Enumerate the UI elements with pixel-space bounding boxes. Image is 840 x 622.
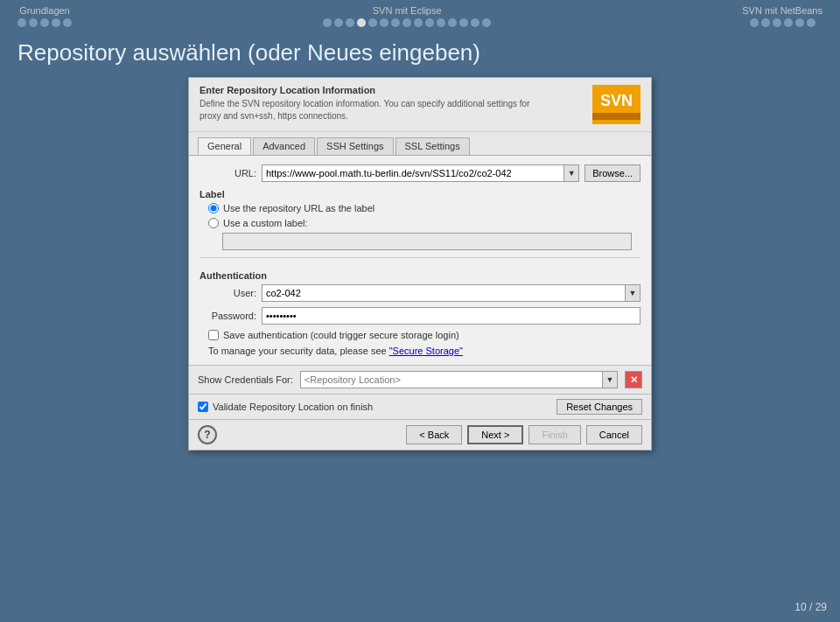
secure-storage-row: To manage your security data, please see… bbox=[208, 346, 640, 356]
top-navigation: Grundlagen SVN mit Eclipse bbox=[0, 0, 840, 31]
nav-dot bbox=[29, 18, 38, 27]
nav-dot-active bbox=[357, 18, 366, 27]
main-area: Repository auswählen (oder Neues eingebe… bbox=[0, 31, 840, 459]
validate-row: Validate Repository Location on finish R… bbox=[189, 394, 651, 419]
user-row: User: ▼ bbox=[200, 284, 640, 302]
nav-dot bbox=[63, 18, 72, 27]
dialog-body: URL: ▼ Browse... Label Use the repositor… bbox=[189, 155, 651, 365]
nav-dot bbox=[368, 18, 377, 27]
radio-url-label-row: Use the repository URL as the label bbox=[208, 203, 640, 213]
nav-dot bbox=[795, 18, 804, 27]
nav-left: ? bbox=[198, 425, 217, 444]
svn-logo-text: SVN bbox=[600, 92, 633, 110]
radio-custom-label[interactable] bbox=[208, 218, 219, 228]
nav-right: < Back Next > Finish Cancel bbox=[406, 425, 642, 444]
tab-advanced[interactable]: Advanced bbox=[253, 137, 315, 155]
dialog-nav-row: ? < Back Next > Finish Cancel bbox=[189, 419, 651, 450]
nav-dot bbox=[482, 18, 491, 27]
nav-dot bbox=[448, 18, 457, 27]
nav-section-grundlagen: Grundlagen bbox=[18, 5, 72, 27]
credentials-row: Show Credentials For: ▼ ✕ bbox=[189, 365, 651, 394]
finish-button[interactable]: Finish bbox=[528, 425, 580, 444]
url-input[interactable] bbox=[262, 164, 564, 182]
nav-dots-eclipse bbox=[323, 18, 491, 27]
reset-changes-button[interactable]: Reset Changes bbox=[556, 399, 642, 415]
nav-dot bbox=[437, 18, 445, 27]
nav-dot bbox=[18, 18, 26, 27]
nav-dot bbox=[52, 18, 60, 27]
save-auth-checkbox[interactable] bbox=[208, 330, 219, 340]
svn-logo: SVN bbox=[592, 85, 640, 124]
dialog-header: Enter Repository Location Information De… bbox=[189, 78, 651, 132]
radio-url-label[interactable] bbox=[208, 203, 219, 213]
nav-dot bbox=[773, 18, 781, 27]
next-button[interactable]: Next > bbox=[467, 425, 523, 444]
help-button[interactable]: ? bbox=[198, 425, 217, 444]
save-auth-label: Save authentication (could trigger secur… bbox=[223, 330, 459, 340]
dialog-header-info: Enter Repository Location Information De… bbox=[200, 85, 532, 122]
user-input[interactable] bbox=[262, 284, 625, 302]
dialog: Enter Repository Location Information De… bbox=[188, 77, 652, 451]
nav-dot bbox=[414, 18, 423, 27]
tab-ssh-settings[interactable]: SSH Settings bbox=[317, 137, 393, 155]
nav-section-netbeans: SVN mit NetBeans bbox=[742, 5, 822, 27]
show-credentials-label: Show Credentials For: bbox=[198, 374, 293, 385]
back-button[interactable]: < Back bbox=[406, 425, 462, 444]
url-label: URL: bbox=[200, 168, 256, 178]
password-row: Password: bbox=[200, 307, 640, 325]
validate-checkbox[interactable] bbox=[198, 402, 208, 412]
nav-title-grundlagen: Grundlagen bbox=[19, 5, 70, 16]
nav-dot bbox=[40, 18, 49, 27]
nav-dot bbox=[459, 18, 468, 27]
browse-button[interactable]: Browse... bbox=[584, 164, 640, 182]
credentials-dropdown-group: ▼ bbox=[300, 371, 618, 388]
nav-dots-netbeans bbox=[750, 18, 816, 27]
url-input-group: ▼ bbox=[262, 164, 579, 182]
secure-storage-prefix: To manage your security data, please see bbox=[208, 346, 389, 356]
url-row: URL: ▼ Browse... bbox=[200, 164, 640, 182]
save-auth-row: Save authentication (could trigger secur… bbox=[208, 330, 640, 340]
nav-dot bbox=[346, 18, 354, 27]
nav-dot bbox=[402, 18, 411, 27]
tabs-container: General Advanced SSH Settings SSL Settin… bbox=[189, 132, 651, 155]
radio-custom-label-row: Use a custom label: bbox=[208, 218, 640, 228]
nav-dot bbox=[750, 18, 759, 27]
password-label: Password: bbox=[200, 311, 256, 321]
tab-ssl-settings[interactable]: SSL Settings bbox=[396, 137, 470, 155]
nav-dot bbox=[323, 18, 332, 27]
custom-label-container bbox=[222, 233, 632, 250]
nav-dot bbox=[761, 18, 770, 27]
auth-section: Authentication User: ▼ Password: bbox=[200, 257, 640, 356]
nav-title-netbeans: SVN mit NetBeans bbox=[742, 5, 822, 16]
radio-custom-label-text: Use a custom label: bbox=[223, 218, 308, 228]
dialog-header-desc: Define the SVN repository location infor… bbox=[200, 98, 532, 122]
validate-label: Validate Repository Location on finish bbox=[213, 402, 373, 412]
credentials-dropdown-btn[interactable]: ▼ bbox=[602, 371, 618, 388]
page-counter: 10 / 29 bbox=[794, 601, 827, 613]
nav-title-eclipse: SVN mit Eclipse bbox=[373, 5, 442, 16]
nav-dot bbox=[784, 18, 793, 27]
nav-dot bbox=[334, 18, 343, 27]
cancel-button[interactable]: Cancel bbox=[586, 425, 642, 444]
svn-logo-bar bbox=[592, 113, 640, 120]
credentials-clear-btn[interactable]: ✕ bbox=[625, 371, 642, 388]
label-section-title: Label bbox=[200, 189, 640, 199]
radio-url-label-text: Use the repository URL as the label bbox=[223, 203, 374, 213]
secure-storage-link[interactable]: "Secure Storage" bbox=[389, 346, 463, 356]
nav-section-eclipse: SVN mit Eclipse bbox=[323, 5, 491, 27]
nav-dot bbox=[380, 18, 388, 27]
custom-label-input[interactable] bbox=[222, 233, 632, 250]
nav-dot bbox=[391, 18, 400, 27]
password-input[interactable] bbox=[262, 307, 640, 325]
user-input-group: ▼ bbox=[262, 284, 640, 302]
url-dropdown-btn[interactable]: ▼ bbox=[564, 164, 579, 182]
dialog-header-title: Enter Repository Location Information bbox=[200, 85, 532, 95]
validate-left: Validate Repository Location on finish bbox=[198, 402, 373, 412]
nav-dot bbox=[807, 18, 816, 27]
page-title: Repository auswählen (oder Neues eingebe… bbox=[18, 39, 822, 66]
credentials-input[interactable] bbox=[300, 371, 602, 388]
nav-dot bbox=[471, 18, 480, 27]
user-dropdown-btn[interactable]: ▼ bbox=[625, 284, 640, 302]
tab-general[interactable]: General bbox=[198, 137, 251, 155]
nav-dot bbox=[425, 18, 434, 27]
